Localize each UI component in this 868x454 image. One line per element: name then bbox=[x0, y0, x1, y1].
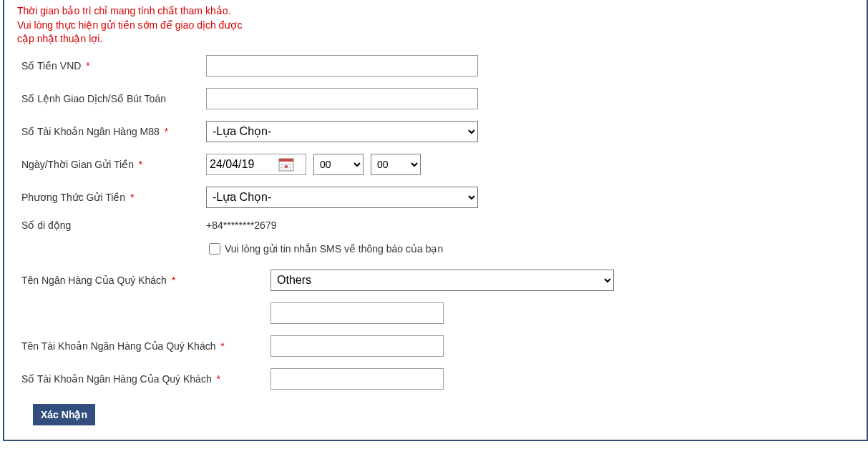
cust-account-no-input[interactable] bbox=[270, 368, 444, 390]
row-cust-bank-other bbox=[21, 297, 867, 330]
required-mark: * bbox=[139, 159, 142, 170]
date-input[interactable] bbox=[207, 155, 278, 174]
label-deposit-method-text: Phương Thức Gửi Tiền bbox=[21, 192, 125, 203]
date-input-wrap bbox=[206, 154, 306, 175]
required-mark: * bbox=[165, 126, 168, 137]
svg-rect-1 bbox=[279, 159, 293, 162]
sms-checkbox-label: Vui lòng gửi tin nhắn SMS về thông báo c… bbox=[225, 243, 443, 255]
row-m88-account: Số Tài Khoản Ngân Hàng M88 * -Lựa Chọn- bbox=[21, 115, 867, 148]
label-cust-account-name-text: Tên Tài Khoản Ngân Hàng Của Quý Khách bbox=[21, 340, 215, 352]
label-mobile: Số di động bbox=[21, 219, 206, 231]
label-txn-ref-text: Số Lệnh Giao Dịch/Số Bút Toán bbox=[21, 93, 166, 104]
row-txn-ref: Số Lệnh Giao Dịch/Số Bút Toán bbox=[21, 82, 867, 115]
txn-ref-input[interactable] bbox=[206, 88, 478, 109]
row-cust-bank-name: Tên Ngân Hàng Của Quý Khách * Others bbox=[21, 264, 867, 297]
hour-select[interactable]: 00 bbox=[313, 154, 364, 175]
cust-bank-other-input[interactable] bbox=[270, 302, 444, 324]
label-m88-account-text: Số Tài Khoản Ngân Hàng M88 bbox=[21, 126, 160, 137]
deposit-form: Số Tiền VND * Số Lệnh Giao Dịch/Số Bút T… bbox=[4, 46, 867, 425]
required-mark: * bbox=[86, 60, 89, 71]
minute-select[interactable]: 00 bbox=[371, 154, 421, 175]
label-cust-bank-name-text: Tên Ngân Hàng Của Quý Khách bbox=[21, 275, 167, 286]
cust-bank-select[interactable]: Others bbox=[270, 270, 614, 291]
label-m88-account: Số Tài Khoản Ngân Hàng M88 * bbox=[21, 126, 206, 137]
label-cust-account-no: Số Tài Khoản Ngân Hàng Của Quý Khách * bbox=[21, 373, 270, 385]
svg-point-8 bbox=[285, 165, 288, 168]
form-container: Thời gian bảo trì chỉ mang tính chất tha… bbox=[3, 0, 868, 441]
submit-button[interactable]: Xác Nhận bbox=[33, 404, 95, 425]
notice-line-1: Thời gian bảo trì chỉ mang tính chất tha… bbox=[17, 5, 230, 16]
required-mark: * bbox=[217, 373, 220, 385]
maintenance-notice: Thời gian bảo trì chỉ mang tính chất tha… bbox=[4, 0, 291, 46]
required-mark: * bbox=[220, 340, 224, 352]
row-cust-account-no: Số Tài Khoản Ngân Hàng Của Quý Khách * bbox=[21, 362, 867, 395]
mobile-value: +84********2679 bbox=[206, 219, 276, 231]
deposit-method-select[interactable]: -Lựa Chọn- bbox=[206, 187, 478, 208]
cust-account-name-input[interactable] bbox=[270, 335, 444, 357]
calendar-icon[interactable] bbox=[278, 157, 294, 172]
label-deposit-datetime-text: Ngày/Thời Gian Gửi Tiền bbox=[21, 159, 134, 170]
amount-input[interactable] bbox=[206, 55, 478, 77]
label-cust-account-name: Tên Tài Khoản Ngân Hàng Của Quý Khách * bbox=[21, 340, 270, 352]
label-amount-text: Số Tiền VND bbox=[21, 60, 81, 71]
row-cust-account-name: Tên Tài Khoản Ngân Hàng Của Quý Khách * bbox=[21, 330, 867, 362]
notice-line-3: cập nhật thuận lợi. bbox=[17, 33, 102, 44]
row-sms-checkbox: Vui lòng gửi tin nhắn SMS về thông báo c… bbox=[206, 237, 867, 264]
label-deposit-method: Phương Thức Gửi Tiền * bbox=[21, 192, 206, 203]
label-amount: Số Tiền VND * bbox=[21, 60, 206, 71]
label-mobile-text: Số di động bbox=[21, 219, 71, 231]
row-deposit-method: Phương Thức Gửi Tiền * -Lựa Chọn- bbox=[21, 181, 867, 214]
row-deposit-datetime: Ngày/Thời Gian Gửi Tiền * bbox=[21, 148, 867, 181]
sms-checkbox[interactable] bbox=[209, 243, 220, 255]
notice-line-2: Vui lòng thực hiện gửi tiền sớm để giao … bbox=[17, 19, 242, 31]
row-mobile: Số di động +84********2679 bbox=[21, 214, 867, 237]
m88-account-select[interactable]: -Lựa Chọn- bbox=[206, 121, 478, 142]
label-txn-ref: Số Lệnh Giao Dịch/Số Bút Toán bbox=[21, 93, 206, 104]
required-mark: * bbox=[130, 192, 134, 203]
required-mark: * bbox=[172, 275, 175, 286]
label-deposit-datetime: Ngày/Thời Gian Gửi Tiền * bbox=[21, 159, 206, 170]
label-cust-account-no-text: Số Tài Khoản Ngân Hàng Của Quý Khách bbox=[21, 373, 212, 385]
row-amount: Số Tiền VND * bbox=[21, 49, 867, 82]
label-cust-bank-name: Tên Ngân Hàng Của Quý Khách * bbox=[21, 275, 270, 286]
